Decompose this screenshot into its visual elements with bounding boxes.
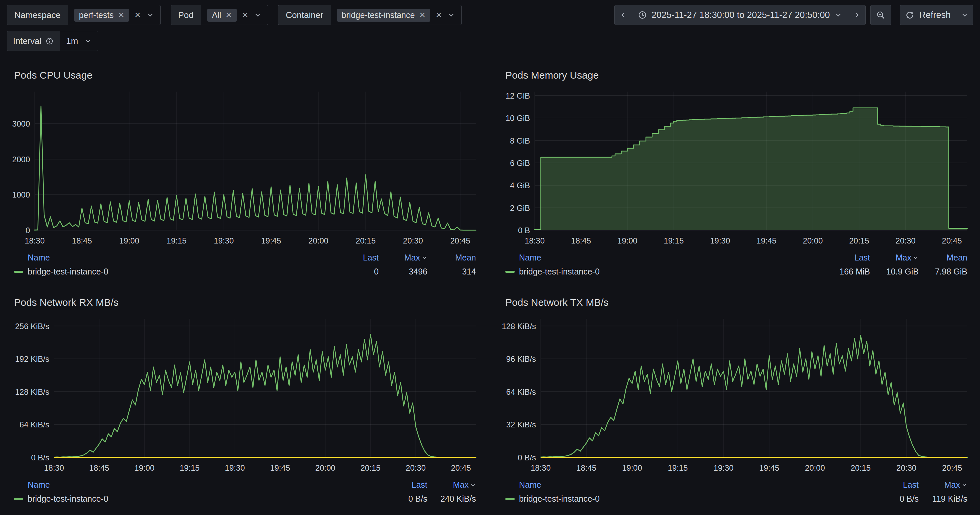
legend-row[interactable]: bridge-test-instance-0 0 3496 314 — [14, 263, 476, 279]
svg-text:4 GiB: 4 GiB — [510, 181, 530, 190]
panel-cpu-usage: Pods CPU Usage 010002000300018:3018:4519… — [5, 70, 483, 279]
panel-title-network-tx[interactable]: Pods Network TX MB/s — [505, 297, 975, 308]
svg-text:64 KiB/s: 64 KiB/s — [506, 387, 536, 396]
svg-text:1000: 1000 — [12, 190, 30, 199]
series-name[interactable]: bridge-test-instance-0 — [14, 494, 379, 504]
panel-title-network-rx[interactable]: Pods Network RX MB/s — [14, 297, 483, 308]
interval-select[interactable]: 1m — [60, 31, 98, 51]
legend-header: Name Last Max Mean — [14, 250, 476, 263]
svg-text:20:15: 20:15 — [356, 236, 375, 245]
legend-header-max[interactable]: Max — [427, 480, 476, 490]
svg-text:20:45: 20:45 — [450, 236, 470, 245]
panel-title-cpu[interactable]: Pods CPU Usage — [14, 70, 483, 81]
memory-usage-chart[interactable]: 0 B2 GiB4 GiB6 GiB8 GiB10 GiB12 GiB18:30… — [497, 86, 971, 249]
series-name[interactable]: bridge-test-instance-0 — [505, 267, 821, 276]
interval-label-text: Interval — [13, 36, 41, 46]
legend-row[interactable]: bridge-test-instance-0 0 B/s 119 KiB/s — [505, 490, 967, 507]
svg-text:2 GiB: 2 GiB — [510, 204, 530, 212]
legend-header-max[interactable]: Max — [870, 253, 919, 263]
zoom-out-button[interactable] — [870, 5, 891, 25]
chevron-down-icon[interactable] — [254, 11, 262, 19]
clear-filter-icon[interactable]: ✕ — [242, 11, 248, 19]
legend-header-name[interactable]: Name — [505, 480, 870, 490]
network-rx-chart[interactable]: 0 B/s64 KiB/s128 KiB/s192 KiB/s256 KiB/s… — [5, 313, 480, 477]
legend-header-name[interactable]: Name — [14, 480, 379, 490]
network-tx-chart[interactable]: 0 B/s32 KiB/s64 KiB/s96 KiB/s128 KiB/s18… — [497, 313, 971, 477]
panel-title-memory[interactable]: Pods Memory Usage — [505, 70, 975, 81]
legend-header-mean[interactable]: Mean — [919, 253, 967, 263]
svg-text:19:15: 19:15 — [663, 236, 684, 245]
cpu-legend: Name Last Max Mean bridge-test-instance-… — [5, 249, 483, 279]
tag-remove-icon[interactable]: ✕ — [419, 11, 425, 19]
svg-text:19:00: 19:00 — [622, 463, 642, 472]
time-back-button[interactable] — [614, 5, 632, 25]
svg-text:20:00: 20:00 — [308, 236, 328, 245]
filter-namespace-tag[interactable]: perf-tests ✕ — [74, 9, 129, 22]
legend-header-max[interactable]: Max — [379, 253, 427, 263]
tag-label: bridge-test-instance — [342, 10, 415, 20]
svg-text:96 KiB/s: 96 KiB/s — [506, 355, 536, 363]
legend-row[interactable]: bridge-test-instance-0 0 B/s 240 KiB/s — [14, 490, 476, 507]
filter-namespace-value[interactable]: perf-tests ✕ ✕ — [68, 5, 161, 25]
svg-text:20:15: 20:15 — [849, 236, 869, 245]
legend-header-last[interactable]: Last — [870, 480, 919, 490]
svg-text:0 B: 0 B — [518, 226, 530, 235]
legend-header-name[interactable]: Name — [14, 253, 330, 263]
legend-header-last[interactable]: Last — [821, 253, 870, 263]
svg-text:20:45: 20:45 — [942, 463, 962, 472]
legend-header-last[interactable]: Last — [330, 253, 379, 263]
svg-text:8 GiB: 8 GiB — [510, 136, 530, 145]
clear-filter-icon[interactable]: ✕ — [134, 11, 141, 19]
chevron-down-icon[interactable] — [447, 11, 455, 19]
series-name[interactable]: bridge-test-instance-0 — [505, 494, 870, 504]
svg-text:20:30: 20:30 — [403, 236, 423, 245]
sort-caret-icon — [961, 482, 967, 488]
legend-header-name[interactable]: Name — [505, 253, 821, 263]
sort-caret-icon — [470, 482, 476, 488]
refresh-button[interactable]: Refresh — [900, 5, 956, 25]
refresh-icon — [905, 11, 914, 20]
cpu-usage-chart[interactable]: 010002000300018:3018:4519:0019:1519:3019… — [5, 86, 480, 249]
svg-text:18:45: 18:45 — [89, 463, 109, 472]
svg-text:19:30: 19:30 — [714, 463, 733, 472]
legend-row[interactable]: bridge-test-instance-0 166 MiB 10.9 GiB … — [505, 263, 967, 279]
legend-header-mean[interactable]: Mean — [427, 253, 476, 263]
series-last-value: 0 — [330, 267, 379, 276]
series-color-marker — [505, 271, 515, 273]
svg-text:19:15: 19:15 — [668, 463, 688, 472]
legend-header: Name Last Max Mean — [505, 250, 967, 263]
time-range-picker[interactable]: 2025-11-27 18:30:00 to 2025-11-27 20:50:… — [632, 5, 848, 25]
tag-remove-icon[interactable]: ✕ — [118, 11, 124, 19]
panel-network-tx: Pods Network TX MB/s 0 B/s32 KiB/s64 KiB… — [497, 297, 975, 507]
svg-text:19:00: 19:00 — [617, 236, 637, 245]
svg-text:19:45: 19:45 — [759, 463, 780, 472]
svg-text:19:30: 19:30 — [710, 236, 730, 245]
filter-container-tag[interactable]: bridge-test-instance ✕ — [337, 9, 430, 22]
filter-pod-value[interactable]: All ✕ ✕ — [201, 5, 268, 25]
series-name[interactable]: bridge-test-instance-0 — [14, 267, 330, 276]
svg-text:3000: 3000 — [12, 119, 30, 128]
panel-grid: Pods CPU Usage 010002000300018:3018:4519… — [0, 70, 980, 507]
svg-text:20:00: 20:00 — [315, 463, 335, 472]
info-icon — [45, 37, 54, 45]
legend-header-max[interactable]: Max — [919, 480, 967, 490]
chevron-down-icon[interactable] — [146, 11, 154, 19]
legend-header-last[interactable]: Last — [379, 480, 427, 490]
sort-caret-icon — [422, 255, 427, 261]
svg-text:20:15: 20:15 — [360, 463, 380, 472]
dashboard-toolbar: Namespace perf-tests ✕ ✕ Pod All ✕ ✕ — [0, 0, 980, 25]
refresh-interval-dropdown[interactable] — [956, 5, 973, 25]
sort-caret-icon — [913, 255, 919, 261]
svg-text:64 KiB/s: 64 KiB/s — [20, 420, 49, 429]
series-color-marker — [14, 498, 23, 500]
svg-text:18:45: 18:45 — [571, 236, 591, 245]
filter-container-value[interactable]: bridge-test-instance ✕ ✕ — [331, 5, 462, 25]
filter-pod-tag[interactable]: All ✕ — [207, 9, 237, 22]
svg-text:18:45: 18:45 — [72, 236, 92, 245]
chevron-down-icon — [84, 37, 92, 45]
tag-remove-icon[interactable]: ✕ — [226, 11, 232, 19]
clear-filter-icon[interactable]: ✕ — [436, 11, 442, 19]
svg-text:0 B/s: 0 B/s — [31, 453, 49, 462]
svg-text:20:30: 20:30 — [896, 463, 916, 472]
time-forward-button[interactable] — [848, 5, 865, 25]
